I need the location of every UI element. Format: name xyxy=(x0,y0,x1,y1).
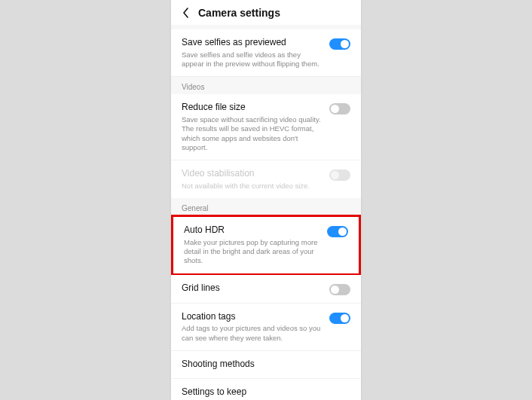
section-videos: Videos xyxy=(171,77,361,94)
setting-title: Shooting methods xyxy=(182,359,344,371)
setting-desc: Add tags to your pictures and videos so … xyxy=(182,324,323,343)
setting-title: Location tags xyxy=(182,311,323,323)
toggle-location-tags[interactable] xyxy=(329,313,350,324)
setting-auto-hdr[interactable]: Auto HDR Make your pictures pop by captu… xyxy=(173,217,359,273)
header: Camera settings xyxy=(171,0,361,25)
setting-video-stabilisation: Video stabilisation Not available with t… xyxy=(171,160,361,198)
toggle-grid-lines[interactable] xyxy=(329,284,350,295)
page-title: Camera settings xyxy=(198,7,280,19)
section-general: General xyxy=(171,198,361,215)
setting-title: Reduce file size xyxy=(182,102,323,114)
setting-title: Auto HDR xyxy=(184,224,321,237)
setting-title: Save selfies as previewed xyxy=(182,37,323,49)
toggle-auto-hdr[interactable] xyxy=(327,226,348,237)
setting-title: Grid lines xyxy=(182,282,323,295)
setting-title: Settings to keep xyxy=(182,386,344,398)
setting-desc: Save selfies and selfie videos as they a… xyxy=(182,50,323,69)
setting-grid-lines[interactable]: Grid lines xyxy=(171,275,361,304)
settings-screen: Camera settings Save selfies as previewe… xyxy=(171,0,361,400)
setting-location-tags[interactable]: Location tags Add tags to your pictures … xyxy=(171,304,361,351)
toggle-video-stabilisation xyxy=(329,169,350,181)
setting-reduce-file-size[interactable]: Reduce file size Save space without sacr… xyxy=(171,94,361,160)
setting-desc: Make your pictures pop by capturing more… xyxy=(184,238,321,266)
back-icon[interactable] xyxy=(180,7,192,19)
setting-title: Video stabilisation xyxy=(182,168,323,180)
settings-list: Save selfies as previewed Save selfies a… xyxy=(171,25,361,400)
setting-save-selfies[interactable]: Save selfies as previewed Save selfies a… xyxy=(171,29,361,77)
toggle-reduce-file-size[interactable] xyxy=(329,103,350,115)
toggle-save-selfies[interactable] xyxy=(329,38,350,50)
setting-settings-to-keep[interactable]: Settings to keep xyxy=(171,379,361,400)
setting-desc: Not available with the current video siz… xyxy=(182,182,323,191)
setting-shooting-methods[interactable]: Shooting methods xyxy=(171,351,361,379)
setting-desc: Save space without sacrificing video qua… xyxy=(182,115,323,152)
highlight-auto-hdr: Auto HDR Make your pictures pop by captu… xyxy=(171,215,361,276)
